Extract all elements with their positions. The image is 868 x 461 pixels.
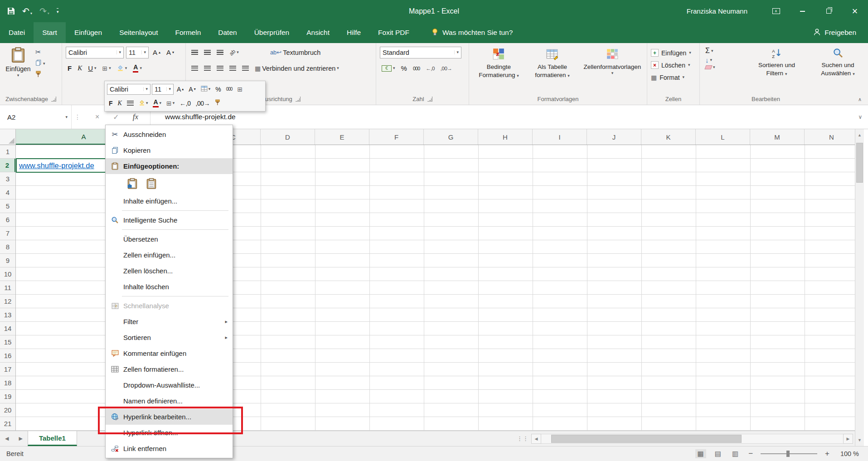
accounting-format-button[interactable]: €▾ [380, 65, 397, 72]
wrap-text-button[interactable]: ab↩Textumbruch [268, 49, 322, 57]
tab-scroll-splitter[interactable]: ⋮⋮ [517, 431, 529, 446]
tab-ansicht[interactable]: Ansicht [298, 22, 338, 43]
enter-icon[interactable]: ✓ [113, 113, 119, 121]
mini-format-painter-button[interactable] [213, 99, 222, 107]
menu-item-zellen-einfugen[interactable]: Zellen einfügen... [106, 247, 233, 263]
expand-formula-bar-icon[interactable]: ∨ [853, 105, 868, 129]
tab-datei[interactable]: Datei [0, 22, 34, 43]
row-header-7[interactable]: 7 [0, 227, 15, 240]
row-header-17[interactable]: 17 [0, 363, 15, 376]
row-header-21[interactable]: 21 [0, 417, 15, 431]
horizontal-scrollbar[interactable]: ◀ ▶ [531, 433, 853, 445]
share-button[interactable]: Freigeben [813, 22, 868, 43]
menu-item-ausschneiden[interactable]: ✂Ausschneiden [106, 126, 233, 142]
mini-increase-font-button[interactable]: A▴ [175, 85, 185, 93]
column-header-k[interactable]: K [641, 129, 696, 145]
zoom-slider[interactable] [761, 453, 817, 454]
column-header-i[interactable]: I [533, 129, 587, 145]
dialog-launcher-icon[interactable] [427, 97, 432, 102]
mini-increase-decimal-button[interactable]: ←,0 [178, 99, 192, 107]
increase-decimal-button[interactable]: ←,0 [424, 65, 436, 72]
page-break-view-button[interactable]: ▥ [730, 449, 741, 458]
restore-button[interactable] [815, 0, 842, 22]
row-header-3[interactable]: 3 [0, 172, 15, 186]
decrease-font-button[interactable]: A▾ [165, 48, 176, 57]
paste-button[interactable]: Einfügen ▾ [4, 45, 33, 93]
scroll-down-icon[interactable]: ▼ [855, 434, 864, 446]
scroll-right-icon[interactable]: ▶ [843, 434, 853, 444]
row-header-1[interactable]: 1 [0, 145, 15, 159]
save-button[interactable] [7, 7, 15, 15]
sheet-nav-left-icon[interactable]: ◀ [0, 431, 14, 446]
decrease-decimal-button[interactable]: ,00→ [439, 65, 454, 72]
row-header-10[interactable]: 10 [0, 267, 15, 281]
row-header-13[interactable]: 13 [0, 308, 15, 322]
font-size-select[interactable]: 11▾ [126, 47, 149, 58]
autosum-button[interactable]: Σ▾ [703, 46, 744, 55]
menu-item-zellen-formatieren[interactable]: Zellen formatieren... [106, 361, 233, 377]
tell-me-box[interactable]: Was möchten Sie tun? [432, 22, 513, 43]
horizontal-scroll-track[interactable] [541, 434, 843, 444]
scroll-left-icon[interactable]: ◀ [531, 434, 541, 444]
tab-start[interactable]: Start [34, 22, 66, 43]
menu-item-dropdown-auswahlliste[interactable]: Dropdown-Auswahlliste... [106, 377, 233, 393]
mini-align-center-button[interactable] [125, 100, 136, 106]
name-box[interactable]: A2▾ [0, 105, 72, 129]
align-right-button[interactable] [215, 65, 225, 71]
menu-item-link-entfernen[interactable]: Link entfernen [106, 441, 233, 456]
row-header-4[interactable]: 4 [0, 186, 15, 199]
column-header-f[interactable]: F [369, 129, 424, 145]
menu-item-ubersetzen[interactable]: Übersetzen [106, 231, 233, 247]
tab-einfugen[interactable]: Einfügen [66, 22, 111, 43]
zoom-in-button[interactable]: + [824, 449, 831, 458]
mini-decrease-decimal-button[interactable]: ,00→ [194, 99, 212, 107]
row-header-12[interactable]: 12 [0, 295, 15, 308]
borders-button[interactable]: ⊞▾ [101, 64, 113, 73]
decrease-indent-button[interactable] [228, 65, 238, 71]
align-left-button[interactable] [189, 65, 200, 71]
mini-fill-color-button[interactable]: ▾ [137, 99, 150, 107]
minimize-button[interactable] [789, 0, 815, 22]
format-as-table-button[interactable]: Als Tabelle formatieren ▾ [526, 45, 579, 93]
mini-font-size-select[interactable]: 11▾ [152, 84, 174, 95]
menu-item-filter[interactable]: Filter▸ [106, 314, 233, 330]
customize-qat-button[interactable]: ▾ [57, 8, 59, 14]
merge-center-button[interactable]: ▦Verbinden und zentrieren▾ [253, 64, 341, 73]
row-header-9[interactable]: 9 [0, 254, 15, 267]
page-layout-view-button[interactable]: ▤ [713, 449, 723, 458]
insert-function-button[interactable]: fx [133, 112, 138, 121]
redo-button[interactable]: ↷▾ [39, 7, 49, 15]
insert-cells-button[interactable]: +Einfügen▾ [651, 47, 698, 59]
align-bottom-button[interactable] [215, 49, 225, 55]
dialog-launcher-icon[interactable] [51, 97, 56, 102]
horizontal-scroll-thumb[interactable] [551, 435, 742, 443]
menu-item-namen-definieren[interactable]: Namen definieren... [106, 393, 233, 409]
increase-indent-button[interactable] [240, 65, 251, 71]
sort-filter-button[interactable]: AZ Sortieren und Filtern ▾ [748, 45, 805, 93]
mini-font-color-button[interactable]: A▾ [151, 98, 163, 107]
font-name-select[interactable]: Calibri▾ [66, 47, 124, 58]
paste-keep-formatting-icon[interactable] [126, 176, 139, 191]
row-header-20[interactable]: 20 [0, 403, 15, 417]
ribbon-display-options-button[interactable]: ∧ [763, 0, 789, 22]
tab-formeln[interactable]: Formeln [166, 22, 209, 43]
row-header-8[interactable]: 8 [0, 240, 15, 254]
menu-item-einfugeoptionen[interactable]: Einfügeoptionen: [106, 158, 233, 174]
mini-font-name-select[interactable]: Calibri▾ [107, 84, 150, 95]
column-header-j[interactable]: J [587, 129, 641, 145]
fill-button[interactable]: ↓▾ [703, 56, 744, 64]
mini-italic-button[interactable]: K [116, 99, 124, 107]
vertical-scrollbar[interactable]: ▲ ▼ [855, 129, 864, 446]
menu-item-kopieren[interactable]: Kopieren [106, 142, 233, 158]
tab-uberprufen[interactable]: Überprüfen [246, 22, 298, 43]
mini-bold-button[interactable]: F [107, 99, 115, 107]
fill-color-button[interactable]: ▾ [115, 64, 129, 73]
paste-values-icon[interactable] [145, 176, 158, 191]
mini-borders-button[interactable]: ⊞ [235, 85, 244, 93]
font-color-button[interactable]: A▾ [131, 63, 144, 73]
format-cells-button[interactable]: ▦Format▾ [651, 71, 698, 83]
row-header-19[interactable]: 19 [0, 390, 15, 403]
menu-item-schnellanalyse[interactable]: Schnellanalyse [106, 298, 233, 314]
copy-button[interactable]: ▾ [35, 59, 45, 68]
menu-item-sortieren[interactable]: Sortieren▸ [106, 330, 233, 345]
